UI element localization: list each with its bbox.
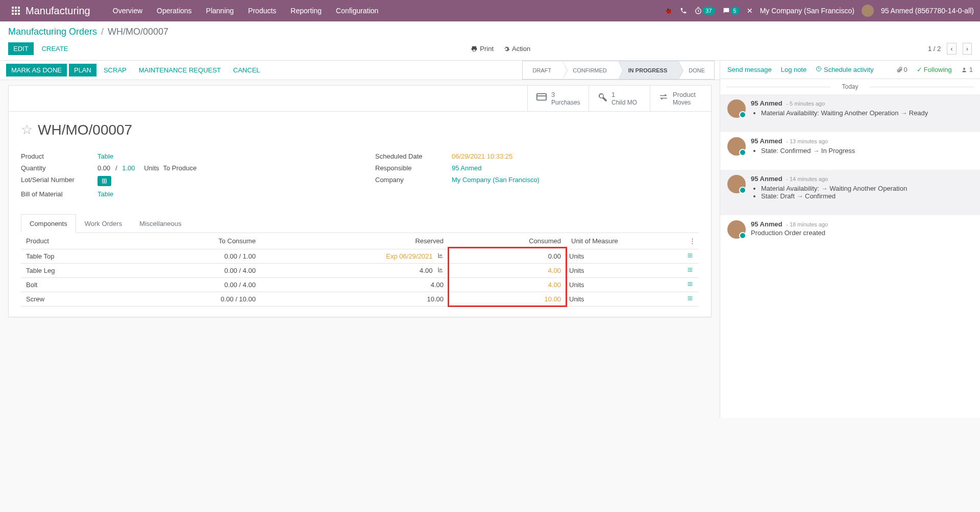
top-nav: Manufacturing Overview Operations Planni… [0,0,980,21]
message-author[interactable]: 95 Anmed [751,220,782,228]
message-avatar[interactable] [727,175,746,193]
menu-operations[interactable]: Operations [150,0,199,21]
messages-icon[interactable]: 5 [722,7,740,15]
stage-in-progress[interactable]: IN PROGRESS [618,61,678,80]
detailed-ops-icon[interactable] [687,281,694,289]
action-button[interactable]: Action [503,45,530,53]
svg-point-25 [963,68,965,70]
pager-text: 1 / 2 [928,45,941,53]
col-consumed: Consumed [449,233,566,249]
cell-to-consume: 0.00 / 10.00 [129,292,261,306]
edit-button[interactable]: EDIT [8,42,34,55]
svg-rect-7 [15,13,17,15]
cell-product: Table Leg [21,263,129,277]
detailed-ops-icon[interactable] [687,267,694,274]
send-message-button[interactable]: Send message [727,66,772,73]
form-sheet: 3Purchases 1Child MO ProductMoves ☆ WH/M… [8,85,712,317]
tools-icon[interactable]: ✕ [747,7,753,15]
message-avatar[interactable] [727,220,746,239]
tab-components[interactable]: Components [21,214,76,233]
stage-draft[interactable]: DRAFT [522,61,563,80]
plan-button[interactable]: PLAN [69,64,96,76]
schedule-activity-button[interactable]: Schedule activity [816,66,873,73]
company-switcher[interactable]: My Company (San Francisco) [760,7,854,15]
svg-rect-6 [12,13,14,15]
svg-rect-2 [18,7,20,9]
pager-prev[interactable]: ‹ [947,43,956,55]
scrap-button[interactable]: SCRAP [99,64,132,76]
cancel-button[interactable]: CANCEL [228,64,265,76]
timer-icon[interactable]: 37 [694,7,715,15]
stat-child-mo[interactable]: 1Child MO [589,86,650,111]
status-bar: MARK AS DONE PLAN SCRAP MAINTENANCE REQU… [0,61,720,80]
message-author[interactable]: 95 Anmed [751,175,782,183]
log-note-button[interactable]: Log note [781,66,807,73]
cell-to-consume: 0.00 / 4.00 [129,263,261,277]
user-avatar[interactable] [862,5,874,17]
forecast-icon[interactable] [437,267,444,274]
message-avatar[interactable] [727,99,746,118]
cell-uom: Units [566,277,668,292]
stat-purchases[interactable]: 3Purchases [527,86,589,111]
tab-work-orders[interactable]: Work Orders [76,214,131,233]
svg-rect-5 [18,10,20,12]
table-row[interactable]: Screw0.00 / 10.0010.0010.00Units [21,292,699,306]
control-panel: Manufacturing Orders / WH/MO/00007 EDIT … [0,21,980,61]
field-quantity: 0.00 / 1.00 Units To Produce [97,164,345,172]
cell-product: Screw [21,292,129,306]
menu-products[interactable]: Products [241,0,283,21]
detailed-ops-icon[interactable] [687,252,694,260]
table-row[interactable]: Bolt0.00 / 4.004.004.00Units [21,277,699,292]
menu-planning[interactable]: Planning [199,0,241,21]
field-company[interactable]: My Company (San Francisco) [452,176,699,184]
field-responsible[interactable]: 95 Anmed [452,164,699,172]
print-button[interactable]: Print [471,45,494,53]
message-author[interactable]: 95 Anmed [751,99,782,107]
stage-done[interactable]: DONE [678,61,715,80]
tab-miscellaneous[interactable]: Miscellaneous [131,214,190,233]
field-product[interactable]: Table [97,152,345,160]
pager-next[interactable]: › [963,43,972,55]
cell-consumed: 4.00 [449,277,566,292]
svg-rect-0 [12,7,14,9]
timer-badge: 37 [702,7,715,15]
mark-done-button[interactable]: MARK AS DONE [6,64,67,76]
message-content: Production Order created [751,229,973,247]
app-brand[interactable]: Manufacturing [26,5,90,17]
phone-icon[interactable] [680,7,687,14]
label-company: Company [375,176,452,184]
message-content: Material Availability: Waiting Another O… [751,109,973,127]
table-row[interactable]: Table Leg0.00 / 4.004.00 4.00Units [21,263,699,277]
table-row[interactable]: Table Top0.00 / 1.00Exp 06/29/2021 0.00U… [21,249,699,263]
stat-product-moves[interactable]: ProductMoves [650,86,711,111]
followers-count[interactable]: 1 [961,66,973,73]
maintenance-button[interactable]: MAINTENANCE REQUEST [134,64,226,76]
cell-reserved: 10.00 [261,292,449,306]
cell-uom: Units [566,292,668,306]
breadcrumb-root[interactable]: Manufacturing Orders [8,27,97,37]
systray: 🐞 37 5 ✕ My Company (San Francisco) 95 A… [664,5,974,17]
button-box: 3Purchases 1Child MO ProductMoves [9,86,711,112]
menu-configuration[interactable]: Configuration [329,0,385,21]
following-button[interactable]: ✓ Following [917,66,952,73]
apps-icon[interactable] [6,7,26,15]
chatter-message: 95 Anmed - 18 minutes agoProduction Orde… [720,215,980,252]
label-responsible: Responsible [375,164,452,172]
detailed-ops-icon[interactable] [687,295,694,303]
message-avatar[interactable] [727,137,746,156]
menu-reporting[interactable]: Reporting [283,0,329,21]
field-bom[interactable]: Table [97,190,345,198]
create-button[interactable]: CREATE [37,42,74,55]
priority-star-icon[interactable]: ☆ [21,122,33,138]
lot-assign-icon[interactable]: ⊞ [97,176,111,186]
message-author[interactable]: 95 Anmed [751,137,782,145]
cell-product: Bolt [21,277,129,292]
bug-icon[interactable]: 🐞 [664,7,673,15]
attachments-count[interactable]: 0 [896,66,908,73]
table-options-icon[interactable]: ⋮ [689,237,696,245]
menu-overview[interactable]: Overview [106,0,150,21]
col-product: Product [21,233,129,249]
forecast-icon[interactable] [437,252,444,260]
stage-confirmed[interactable]: CONFIRMED [562,61,618,80]
user-name[interactable]: 95 Anmed (8567780-14-0-all) [881,7,974,15]
